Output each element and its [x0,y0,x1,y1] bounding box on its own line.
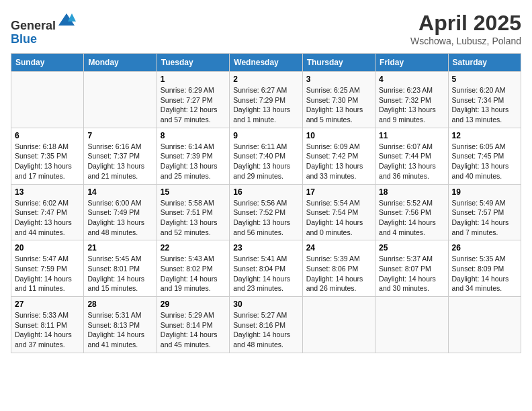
day-number: 6 [15,131,80,140]
calendar-cell: 2Sunrise: 6:27 AMSunset: 7:29 PMDaylight… [230,72,302,128]
calendar-title: April 2025 [410,11,521,36]
calendar-cell: 10Sunrise: 6:09 AMSunset: 7:42 PMDayligh… [302,128,375,184]
day-info: Sunrise: 6:00 AMSunset: 7:49 PMDaylight:… [87,198,152,238]
day-info: Sunrise: 6:20 AMSunset: 7:34 PMDaylight:… [452,85,517,125]
day-number: 23 [233,243,298,253]
title-block: April 2025 Wschowa, Lubusz, Poland [410,11,521,46]
calendar-cell [302,297,375,353]
calendar-week-3: 13Sunrise: 6:02 AMSunset: 7:47 PMDayligh… [11,184,521,240]
weekday-header-row: SundayMondayTuesdayWednesdayThursdayFrid… [11,54,521,72]
day-info: Sunrise: 6:11 AMSunset: 7:40 PMDaylight:… [233,142,298,181]
calendar-cell: 5Sunrise: 6:20 AMSunset: 7:34 PMDaylight… [448,72,521,128]
calendar-cell [84,72,157,128]
day-number: 14 [87,187,152,197]
logo-general: General [11,19,56,32]
calendar-cell: 30Sunrise: 5:27 AMSunset: 8:16 PMDayligh… [230,297,302,353]
weekday-header-tuesday: Tuesday [157,54,229,72]
calendar-cell: 24Sunrise: 5:39 AMSunset: 8:06 PMDayligh… [302,240,375,297]
day-info: Sunrise: 6:16 AMSunset: 7:37 PMDaylight:… [87,142,152,181]
day-number: 10 [306,131,371,140]
day-info: Sunrise: 6:29 AMSunset: 7:27 PMDaylight:… [161,85,226,125]
day-number: 1 [161,75,226,84]
calendar-cell: 4Sunrise: 6:23 AMSunset: 7:32 PMDaylight… [375,72,448,128]
calendar-week-5: 27Sunrise: 5:33 AMSunset: 8:11 PMDayligh… [11,297,521,353]
calendar-cell: 23Sunrise: 5:41 AMSunset: 8:04 PMDayligh… [230,240,302,297]
day-info: Sunrise: 5:47 AMSunset: 7:59 PMDaylight:… [15,254,80,293]
day-number: 28 [87,300,152,309]
day-info: Sunrise: 5:58 AMSunset: 7:51 PMDaylight:… [161,198,226,238]
day-info: Sunrise: 6:02 AMSunset: 7:47 PMDaylight:… [15,198,80,238]
calendar-week-1: 1Sunrise: 6:29 AMSunset: 7:27 PMDaylight… [11,72,521,128]
day-info: Sunrise: 5:27 AMSunset: 8:16 PMDaylight:… [233,310,298,350]
day-info: Sunrise: 6:07 AMSunset: 7:44 PMDaylight:… [379,142,444,181]
calendar-cell: 9Sunrise: 6:11 AMSunset: 7:40 PMDaylight… [230,128,302,184]
day-info: Sunrise: 5:29 AMSunset: 8:14 PMDaylight:… [161,310,226,350]
day-info: Sunrise: 6:05 AMSunset: 7:45 PMDaylight:… [452,142,517,181]
day-number: 30 [233,300,298,309]
calendar-cell: 19Sunrise: 5:49 AMSunset: 7:57 PMDayligh… [448,184,521,240]
day-number: 22 [161,243,226,253]
day-number: 7 [87,131,152,140]
day-number: 21 [87,243,152,253]
day-info: Sunrise: 6:27 AMSunset: 7:29 PMDaylight:… [233,85,298,125]
logo-icon [57,11,76,30]
day-number: 18 [379,187,444,197]
day-number: 13 [15,187,80,197]
calendar-cell: 11Sunrise: 6:07 AMSunset: 7:44 PMDayligh… [375,128,448,184]
calendar-cell: 6Sunrise: 6:18 AMSunset: 7:35 PMDaylight… [11,128,84,184]
weekday-header-saturday: Saturday [448,54,521,72]
day-number: 25 [379,243,444,253]
weekday-header-thursday: Thursday [302,54,375,72]
day-info: Sunrise: 6:18 AMSunset: 7:35 PMDaylight:… [15,142,80,181]
calendar-cell: 8Sunrise: 6:14 AMSunset: 7:39 PMDaylight… [157,128,229,184]
calendar-cell: 13Sunrise: 6:02 AMSunset: 7:47 PMDayligh… [11,184,84,240]
day-number: 16 [233,187,298,197]
calendar-cell: 17Sunrise: 5:54 AMSunset: 7:54 PMDayligh… [302,184,375,240]
calendar-cell [448,297,521,353]
day-number: 3 [306,75,371,84]
calendar-table: SundayMondayTuesdayWednesdayThursdayFrid… [11,53,521,353]
day-info: Sunrise: 6:09 AMSunset: 7:42 PMDaylight:… [306,142,371,181]
day-info: Sunrise: 5:35 AMSunset: 8:09 PMDaylight:… [452,254,517,293]
day-info: Sunrise: 5:52 AMSunset: 7:56 PMDaylight:… [379,198,444,238]
calendar-cell: 21Sunrise: 5:45 AMSunset: 8:01 PMDayligh… [84,240,157,297]
day-info: Sunrise: 5:33 AMSunset: 8:11 PMDaylight:… [15,310,80,350]
calendar-cell [375,297,448,353]
calendar-cell: 22Sunrise: 5:43 AMSunset: 8:02 PMDayligh… [157,240,229,297]
day-number: 20 [15,243,80,253]
day-number: 15 [161,187,226,197]
weekday-header-wednesday: Wednesday [230,54,302,72]
weekday-header-friday: Friday [375,54,448,72]
calendar-cell: 7Sunrise: 6:16 AMSunset: 7:37 PMDaylight… [84,128,157,184]
calendar-cell: 26Sunrise: 5:35 AMSunset: 8:09 PMDayligh… [448,240,521,297]
day-info: Sunrise: 5:37 AMSunset: 8:07 PMDaylight:… [379,254,444,293]
day-number: 19 [452,187,517,197]
calendar-cell: 1Sunrise: 6:29 AMSunset: 7:27 PMDaylight… [157,72,229,128]
day-info: Sunrise: 6:23 AMSunset: 7:32 PMDaylight:… [379,85,444,125]
day-info: Sunrise: 6:14 AMSunset: 7:39 PMDaylight:… [161,142,226,181]
day-info: Sunrise: 5:31 AMSunset: 8:13 PMDaylight:… [87,310,152,350]
calendar-cell: 25Sunrise: 5:37 AMSunset: 8:07 PMDayligh… [375,240,448,297]
calendar-cell: 28Sunrise: 5:31 AMSunset: 8:13 PMDayligh… [84,297,157,353]
day-info: Sunrise: 6:25 AMSunset: 7:30 PMDaylight:… [306,85,371,125]
calendar-cell [11,72,84,128]
weekday-header-sunday: Sunday [11,54,84,72]
logo: General Blue [11,11,76,46]
calendar-cell: 3Sunrise: 6:25 AMSunset: 7:30 PMDaylight… [302,72,375,128]
day-info: Sunrise: 5:43 AMSunset: 8:02 PMDaylight:… [161,254,226,293]
day-info: Sunrise: 5:41 AMSunset: 8:04 PMDaylight:… [233,254,298,293]
day-number: 17 [306,187,371,197]
day-number: 8 [161,131,226,140]
day-number: 2 [233,75,298,84]
calendar-cell: 14Sunrise: 6:00 AMSunset: 7:49 PMDayligh… [84,184,157,240]
day-number: 27 [15,300,80,309]
day-info: Sunrise: 5:56 AMSunset: 7:52 PMDaylight:… [233,198,298,238]
day-info: Sunrise: 5:54 AMSunset: 7:54 PMDaylight:… [306,198,371,238]
day-info: Sunrise: 5:39 AMSunset: 8:06 PMDaylight:… [306,254,371,293]
day-number: 24 [306,243,371,253]
day-info: Sunrise: 5:45 AMSunset: 8:01 PMDaylight:… [87,254,152,293]
calendar-week-4: 20Sunrise: 5:47 AMSunset: 7:59 PMDayligh… [11,240,521,297]
weekday-header-monday: Monday [84,54,157,72]
calendar-week-2: 6Sunrise: 6:18 AMSunset: 7:35 PMDaylight… [11,128,521,184]
day-number: 5 [452,75,517,84]
